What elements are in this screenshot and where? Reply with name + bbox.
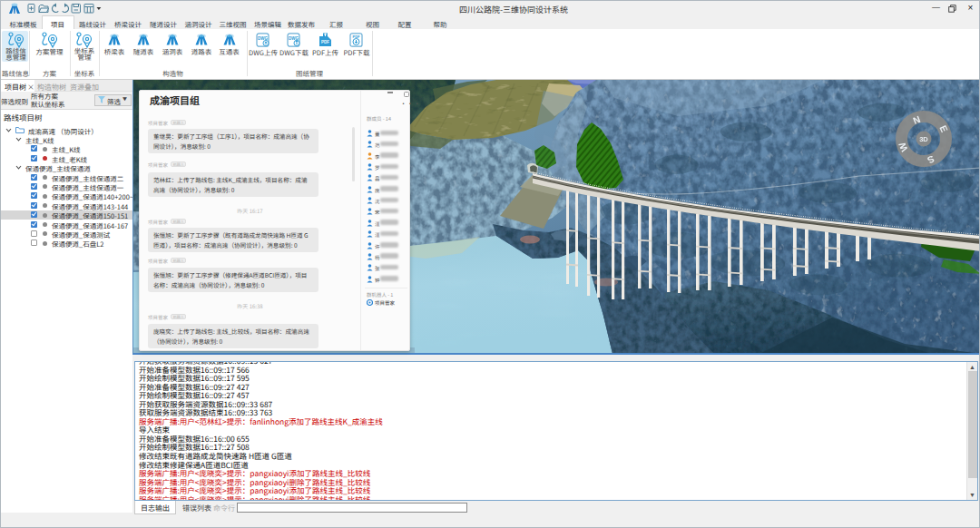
svg-text:3D: 3D <box>919 135 928 143</box>
svg-text:PDF: PDF <box>353 34 361 39</box>
svg-text:PDF: PDF <box>321 40 329 44</box>
